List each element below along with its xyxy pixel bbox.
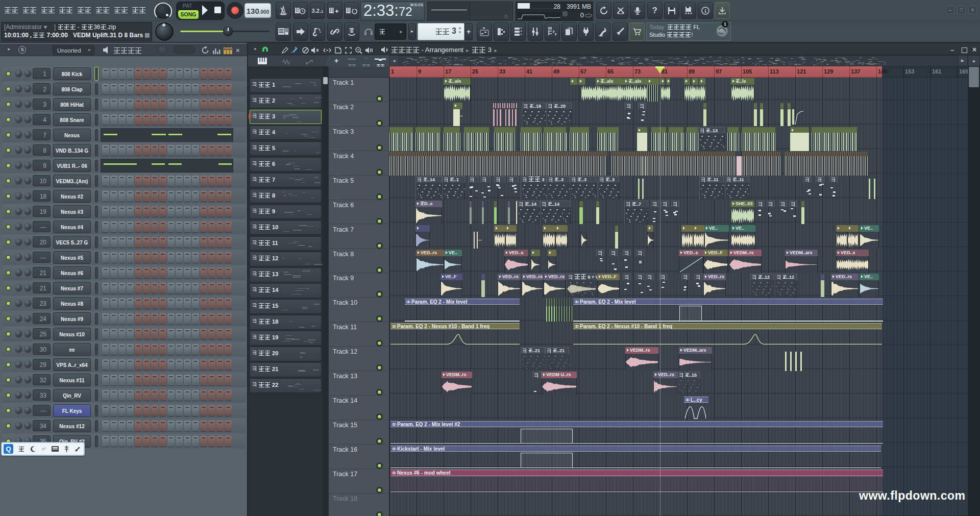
svg-text:i: i bbox=[705, 8, 706, 14]
